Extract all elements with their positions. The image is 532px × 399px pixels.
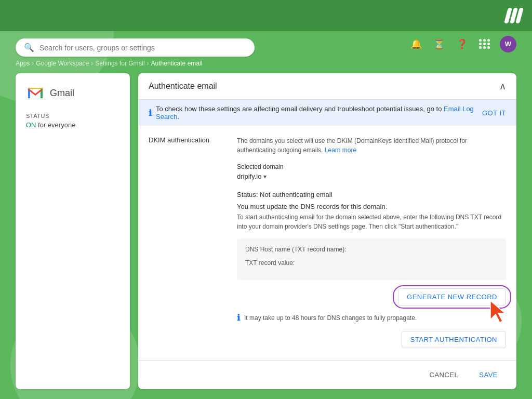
propagation-text: It may take up to 48 hours for DNS chang…: [244, 314, 417, 322]
workspace-logo: [506, 8, 522, 23]
panel-footer: CANCEL SAVE: [138, 360, 516, 389]
cursor-arrow-icon: [486, 300, 507, 323]
main-panel: Authenticate email ∧ ℹ To check how thes…: [138, 73, 516, 389]
dropdown-arrow-icon: ▾: [263, 173, 267, 180]
sidebar-app-name: Gmail: [50, 88, 74, 99]
domain-value: dripify.io: [237, 172, 261, 180]
apps-grid-icon[interactable]: [477, 36, 493, 52]
cursor-arrow-annotation: [486, 300, 507, 325]
must-update-text: You must update the DNS records for this…: [237, 203, 506, 210]
panel-header: Authenticate email ∧: [138, 73, 516, 100]
panel-body: DKIM authentication The domains you sele…: [138, 126, 516, 360]
search-input[interactable]: [39, 44, 246, 52]
dkim-status: Status: Not authenticating email: [237, 191, 506, 198]
status-on: ON: [26, 121, 36, 129]
search-bar[interactable]: 🔍: [16, 38, 255, 57]
top-bar: [0, 0, 532, 31]
selected-domain-label: Selected domain: [237, 163, 506, 170]
info-icon: ℹ: [149, 108, 152, 118]
sidebar: Gmail Status ON for everyone: [16, 73, 130, 389]
start-authentication-button[interactable]: START AUTHENTICATION: [402, 331, 506, 348]
breadcrumb-workspace[interactable]: Google Workspace: [36, 60, 89, 67]
dkim-section-label: DKIM authentication: [149, 136, 227, 360]
svg-marker-4: [490, 301, 505, 323]
cancel-button[interactable]: CANCEL: [421, 367, 467, 383]
breadcrumb-current: Authenticate email: [151, 60, 203, 67]
user-avatar[interactable]: W: [500, 36, 516, 52]
domain-select[interactable]: dripify.io ▾: [237, 172, 506, 180]
info-banner: ℹ To check how these settings are affect…: [138, 100, 516, 126]
breadcrumb-apps[interactable]: Apps: [16, 60, 30, 67]
txt-record-label: TXT record value:: [245, 259, 498, 267]
top-icons: 🔔 ⏳ ❓ W: [408, 36, 516, 52]
propagation-info-icon: ℹ: [237, 313, 240, 323]
save-button[interactable]: SAVE: [471, 367, 506, 383]
status-value: ON for everyone: [26, 121, 75, 129]
gmail-logo: Gmail: [26, 84, 74, 102]
notifications-icon[interactable]: 🔔: [408, 36, 424, 52]
got-it-button[interactable]: GOT IT: [482, 109, 506, 117]
dkim-description: The domains you select will use the DKIM…: [237, 136, 506, 155]
help-hourglass-icon[interactable]: ⏳: [431, 36, 447, 52]
gmail-icon: [26, 84, 45, 102]
learn-more-link[interactable]: Learn more: [325, 147, 356, 154]
search-icon: 🔍: [24, 43, 34, 52]
breadcrumb-gmail-settings[interactable]: Settings for Gmail: [95, 60, 144, 67]
dns-host-label: DNS Host name (TXT record name):: [245, 246, 498, 253]
generate-button-container: GENERATE NEW RECORD: [398, 288, 506, 305]
generate-button-row: GENERATE NEW RECORD: [237, 288, 506, 305]
help-circle-icon[interactable]: ❓: [454, 36, 470, 52]
instruction-text: To start authenticating email for the do…: [237, 212, 506, 231]
panel-title: Authenticate email: [149, 82, 217, 91]
dns-record-box: DNS Host name (TXT record name): TXT rec…: [237, 238, 506, 280]
banner-text: To check how these settings are affectin…: [156, 105, 482, 121]
breadcrumb: Apps › Google Workspace › Settings for G…: [16, 60, 516, 67]
svg-rect-3: [28, 88, 43, 89]
status-label: Status: [26, 113, 49, 119]
collapse-icon[interactable]: ∧: [499, 81, 506, 92]
propagation-note: ℹ It may take up to 48 hours for DNS cha…: [237, 313, 506, 323]
